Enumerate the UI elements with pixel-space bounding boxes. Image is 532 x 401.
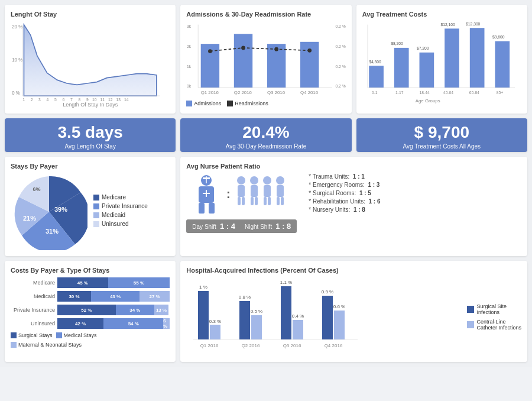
svg-text:0.2 %: 0.2 %	[336, 24, 346, 28]
sbc-medicaid-label: Medicaid	[11, 293, 55, 299]
surgical-label: Surgical Stays	[18, 332, 53, 338]
svg-text:11: 11	[100, 98, 105, 102]
nurse-visual: :	[186, 173, 297, 233]
svg-rect-89	[281, 197, 284, 205]
svg-rect-94	[239, 301, 250, 339]
payer-title: Stays By Payer	[11, 163, 170, 170]
nurse-ratios: * Trauma Units: 1 : 1 * Emergency Rooms:…	[309, 173, 380, 215]
svg-text:39%: 39%	[54, 206, 67, 213]
svg-text:14: 14	[124, 98, 129, 102]
svg-text:0.2 %: 0.2 %	[336, 44, 346, 48]
sbc-medicare-surgical: 45 %	[57, 277, 108, 288]
infections-card: Hospital-Acqcuired Infections (Percent O…	[180, 261, 527, 362]
svg-rect-45	[469, 28, 484, 88]
svg-text:13: 13	[116, 98, 121, 102]
los-stat: 3.5 days Avg Length Of Stay	[5, 118, 176, 152]
admissions-legend-label: Admissions	[194, 101, 221, 106]
private-label: Private Insurance	[102, 203, 148, 209]
medical-label: Medical Stays	[64, 332, 97, 338]
svg-rect-102	[322, 296, 333, 339]
nurse-card: Avg Nurse Patient Ratio :	[180, 157, 527, 256]
admissions-legend-box	[186, 101, 192, 106]
los-svg: 20 % 10 % 0 % 1 2 3 4 5 6	[11, 21, 170, 104]
inf-catheter-box	[467, 321, 474, 328]
admissions-card: Admissions & 30-Day Readmission Rate 3k …	[180, 5, 351, 114]
payer-content: 39% 31% 21% 6% Medicare Private Insuranc…	[11, 173, 170, 250]
readmissions-legend-box	[227, 101, 233, 106]
night-shift: Night Shift 1 : 8	[245, 222, 291, 231]
admissions-chart: 3k 2k 1k 0k 0.2 % 0.2 % 0.2 % 0.2 %	[186, 21, 345, 98]
svg-rect-44	[445, 28, 459, 88]
uninsured-box	[93, 221, 99, 227]
sbc-medicare-label: Medicare	[11, 280, 55, 286]
legend-readmissions: Readmissions	[227, 101, 268, 106]
medicaid-label: Medicaid	[102, 212, 125, 218]
sbc-medicaid: Medicaid 30 % 43 % 27 %	[11, 291, 170, 302]
svg-rect-73	[209, 203, 215, 214]
inf-svg: 1 % 0.3 % 0.8 % 0.5 % 1.1 % 0.4 % 0.9	[186, 277, 369, 354]
los-stat-value: 3.5 days	[7, 123, 173, 142]
sbc-medicare-bars: 45 % 55 %	[57, 277, 170, 288]
legend-uninsured: Uninsured	[93, 221, 148, 227]
sbc-legend: Surgical Stays Medical Stays Maternal & …	[11, 332, 170, 348]
atc-card: Avg Treatment Costs $4,500 $8,200 $7,200…	[356, 5, 527, 114]
svg-text:8: 8	[78, 98, 80, 102]
svg-text:20 %: 20 %	[12, 24, 22, 30]
svg-text:6: 6	[63, 98, 65, 102]
svg-text:0.5 %: 0.5 %	[251, 309, 262, 314]
svg-text:0.2 %: 0.2 %	[336, 84, 346, 88]
adm-stat: 20.4% Avg 30-Day Readmission Rate	[180, 118, 351, 152]
svg-text:7: 7	[70, 98, 73, 102]
svg-rect-88	[277, 197, 280, 205]
medical-box	[56, 332, 62, 338]
svg-text:Q2 2016: Q2 2016	[234, 90, 252, 95]
medicare-box	[93, 195, 99, 200]
svg-text:$7,200: $7,200	[417, 46, 429, 50]
svg-rect-91	[210, 325, 220, 339]
ratio-rehab: * Rehabilitation Units: 1 : 6	[309, 198, 380, 205]
svg-text:6%: 6%	[33, 186, 40, 192]
adm-stat-label: Avg 30-Day Readmission Rate	[183, 143, 349, 150]
svg-text:Q3 2016: Q3 2016	[267, 90, 286, 95]
svg-text:3: 3	[38, 98, 41, 102]
svg-point-78	[250, 176, 258, 185]
svg-rect-98	[281, 286, 291, 339]
inf-leg-catheter: Central-LineCatheter Infections	[467, 319, 521, 331]
svg-point-74	[237, 176, 245, 185]
svg-rect-72	[199, 203, 205, 214]
svg-rect-83	[264, 185, 271, 197]
infections-title: Hospital-Acqcuired Infections (Percent O…	[186, 267, 521, 274]
svg-rect-76	[238, 197, 241, 205]
svg-text:1k: 1k	[187, 64, 192, 69]
svg-text:4: 4	[47, 98, 49, 102]
svg-text:$4,500: $4,500	[369, 60, 381, 64]
svg-point-31	[208, 49, 212, 53]
svg-point-34	[308, 48, 312, 53]
sbc-uninsured-maternal: 6 %	[163, 318, 170, 329]
svg-rect-28	[234, 34, 252, 88]
ratio-surgical: * Surgical Rooms: 1 : 5	[309, 190, 380, 196]
admissions-legend: Admissions Readmissions	[186, 101, 345, 106]
inf-legend: Surgical SiteInfections Central-LineCath…	[467, 277, 521, 356]
svg-rect-81	[255, 197, 258, 205]
sbc-uninsured-label: Uninsured	[11, 321, 55, 326]
svg-rect-42	[394, 48, 409, 88]
legend-medicaid: Medicaid	[93, 212, 148, 218]
svg-rect-75	[238, 185, 245, 197]
payer-pie: 39% 31% 21% 6%	[11, 173, 87, 250]
sbc-private-maternal: 13 %	[154, 305, 169, 315]
svg-text:18-44: 18-44	[419, 90, 429, 95]
svg-rect-87	[277, 185, 284, 197]
inf-surgical-label: Surgical SiteInfections	[476, 303, 507, 315]
los-chart: 20 % 10 % 0 % 1 2 3 4 5 6	[11, 21, 170, 104]
nurse-shift-bar: Day Shift 1 : 4 Night Shift 1 : 8	[186, 219, 297, 233]
ratio-er: * Emergency Rooms: 1 : 3	[309, 182, 380, 188]
surgical-box	[11, 332, 17, 338]
svg-rect-85	[268, 197, 271, 205]
sbc-medicaid-medical: 43 %	[91, 291, 140, 302]
nurse-icon	[190, 173, 223, 215]
atc-stat-value: $ 9,700	[359, 123, 525, 142]
adm-stat-value: 20.4%	[183, 123, 349, 142]
sbc-uninsured-surgical: 42 %	[57, 318, 103, 329]
admissions-svg: 3k 2k 1k 0k 0.2 % 0.2 % 0.2 % 0.2 %	[186, 21, 345, 101]
